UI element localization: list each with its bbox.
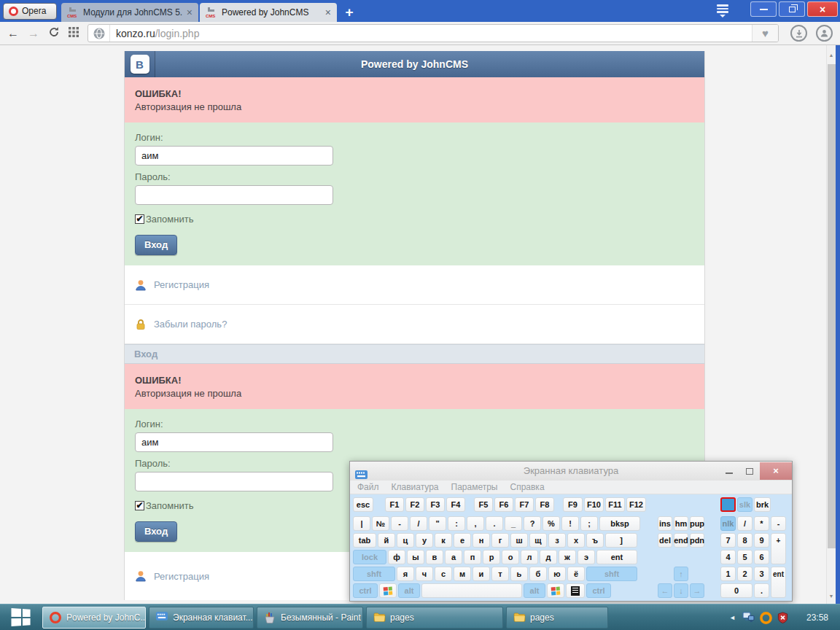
speed-dial-icon[interactable] (69, 27, 79, 40)
key-ч[interactable]: ч (416, 567, 433, 581)
key-slk[interactable]: slk (737, 497, 752, 512)
key-bksp[interactable]: bksp (599, 516, 640, 531)
osk-menu-клавиатура[interactable]: Клавиатура (392, 482, 439, 492)
site-badge-icon[interactable] (88, 25, 110, 42)
remember-checkbox[interactable] (135, 214, 144, 224)
key-ф[interactable]: ф (388, 550, 405, 564)
key-win[interactable] (547, 583, 564, 598)
key-.[interactable]: . (754, 583, 769, 598)
key-к[interactable]: к (435, 533, 452, 548)
key-.[interactable]: . (486, 516, 503, 531)
forgot-password-row[interactable]: Забыли пароль? (125, 305, 704, 344)
key-win[interactable] (379, 583, 397, 598)
key-F5[interactable]: F5 (474, 497, 493, 512)
key-![interactable]: ! (561, 516, 579, 531)
key-т[interactable]: т (491, 567, 509, 581)
key-→[interactable]: → (690, 583, 704, 598)
tray-opera-icon[interactable] (760, 612, 772, 624)
new-tab-button[interactable]: + (338, 3, 360, 22)
tab-close-icon[interactable]: × (325, 7, 331, 18)
key-pup[interactable]: pup (690, 516, 704, 531)
key-ent[interactable]: ent (596, 550, 637, 564)
key-/[interactable]: / (737, 516, 752, 531)
key-][interactable]: ] (605, 533, 637, 548)
key-д[interactable]: д (540, 550, 557, 564)
key-F10[interactable]: F10 (584, 497, 604, 512)
key-ш[interactable]: ш (510, 533, 528, 548)
key-*[interactable]: * (754, 516, 769, 531)
key-/[interactable]: / (410, 516, 427, 531)
key-о[interactable]: о (502, 550, 519, 564)
tab-active[interactable]: CMSPowered by JohnCMS× (200, 3, 337, 22)
key-2[interactable]: 2 (737, 567, 752, 581)
key-_[interactable]: _ (505, 516, 522, 531)
taskbar-button-paint[interactable]: Безымянный - Paint (257, 607, 363, 629)
key-F7[interactable]: F7 (515, 497, 534, 512)
key-menu[interactable] (566, 583, 585, 598)
key-с[interactable]: с (435, 567, 452, 581)
bookmark-heart-icon[interactable]: ♥ (752, 25, 778, 42)
key-↓[interactable]: ↓ (674, 583, 688, 598)
key-4[interactable]: 4 (720, 550, 736, 564)
key-|[interactable]: | (353, 516, 370, 531)
key-F2[interactable]: F2 (405, 497, 424, 512)
key-F6[interactable]: F6 (494, 497, 513, 512)
key-"[interactable]: " (429, 516, 446, 531)
forward-icon[interactable]: → (28, 28, 39, 39)
key-tab[interactable]: tab (353, 533, 376, 548)
key-ж[interactable]: ж (559, 550, 576, 564)
key-alt[interactable]: alt (524, 583, 545, 598)
key-щ[interactable]: щ (529, 533, 547, 548)
downloads-icon[interactable] (790, 25, 807, 42)
key-я[interactable]: я (397, 567, 414, 581)
login-submit-button[interactable]: Вход (135, 235, 177, 255)
key-ctrl[interactable]: ctrl (586, 583, 611, 598)
reload-icon[interactable] (48, 26, 60, 41)
key-0[interactable]: 0 (720, 583, 752, 598)
password-input-2[interactable] (135, 472, 333, 491)
scrollbar-thumb[interactable] (828, 64, 836, 548)
key-end[interactable]: end (674, 533, 688, 548)
minimize-button[interactable] (750, 1, 777, 17)
key-←[interactable]: ← (658, 583, 672, 598)
start-button[interactable] (0, 604, 42, 630)
login-input[interactable] (135, 146, 333, 166)
key-8[interactable]: 8 (737, 533, 752, 548)
key-shft[interactable]: shft (586, 567, 637, 581)
osk-titlebar[interactable]: Экранная клавиатура × (350, 462, 792, 481)
key-ы[interactable]: ы (407, 550, 424, 564)
key-?[interactable]: ? (524, 516, 541, 531)
key-г[interactable]: г (491, 533, 509, 548)
restore-button[interactable] (779, 1, 805, 17)
key-а[interactable]: а (445, 550, 462, 564)
key-hm[interactable]: hm (674, 516, 688, 531)
register-row[interactable]: Регистрация (125, 265, 704, 305)
key-х[interactable]: х (567, 533, 585, 548)
tray-network-icon[interactable] (742, 612, 755, 624)
key-№[interactable]: № (372, 516, 389, 531)
back-icon[interactable]: ← (7, 28, 19, 39)
key-F12[interactable]: F12 (626, 497, 646, 512)
key-ent[interactable]: ent (771, 567, 786, 598)
scroll-up-icon[interactable]: ▲ (827, 50, 836, 61)
tab-inactive[interactable]: CMSМодули для JohnCMS 5.x× (61, 3, 198, 22)
key--[interactable]: - (391, 516, 408, 531)
key-е[interactable]: е (454, 533, 471, 548)
key-lock[interactable]: lock (353, 550, 386, 564)
login-input-2[interactable] (135, 432, 333, 452)
register-link-2[interactable]: Регистрация (154, 571, 209, 582)
key-ц[interactable]: ц (397, 533, 414, 548)
key-psc[interactable] (720, 497, 736, 512)
key-F11[interactable]: F11 (605, 497, 625, 512)
login-submit-button-2[interactable]: Вход (135, 521, 177, 542)
key-F9[interactable]: F9 (563, 497, 583, 512)
register-link[interactable]: Регистрация (154, 279, 209, 290)
key-F3[interactable]: F3 (426, 497, 445, 512)
address-bar[interactable]: konzo.ru/login.php ♥ (88, 24, 779, 42)
key-F8[interactable]: F8 (535, 497, 554, 512)
remember-checkbox-2[interactable] (135, 501, 144, 510)
key-space[interactable] (421, 583, 522, 598)
osk-close-button[interactable]: × (760, 462, 792, 480)
key-+[interactable]: + (771, 533, 786, 564)
key-э[interactable]: э (578, 550, 595, 564)
